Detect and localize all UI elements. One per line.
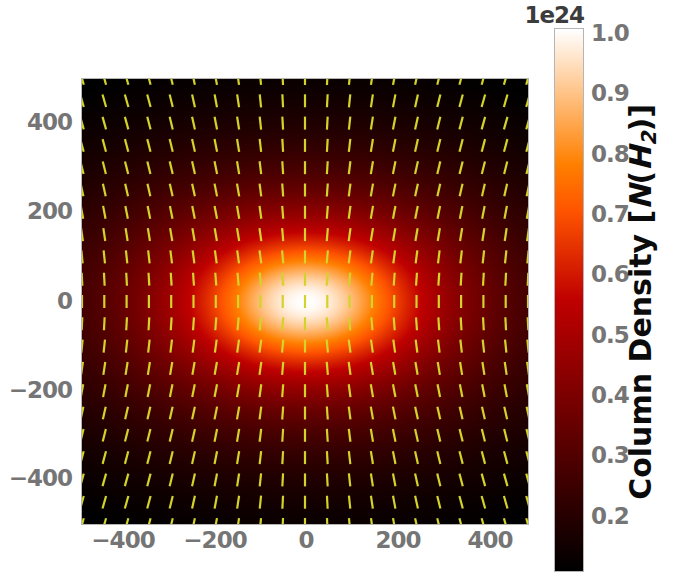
polarization-vectors-canvas xyxy=(82,79,528,524)
colorbar-axis-label: Column Density [N(H2)] xyxy=(623,104,661,500)
colorbar-tick-label: 1.0 xyxy=(591,20,629,46)
x-tick-label: −200 xyxy=(183,527,246,553)
y-tick-label: 400 xyxy=(0,109,72,135)
y-tick-label: −200 xyxy=(0,377,72,403)
colorbar-offset-label: 1e24 xyxy=(496,2,584,28)
colorbar-label-H: H xyxy=(623,146,658,171)
colorbar-tick-label: 0.9 xyxy=(591,80,629,106)
colorbar-label-N: N xyxy=(623,185,658,210)
colorbar-label-subscript: 2 xyxy=(637,132,661,146)
colorbar-gradient-canvas xyxy=(555,29,583,571)
density-map-plot xyxy=(81,78,529,525)
colorbar-label-prefix: Column Density [ xyxy=(623,210,658,500)
figure: 400 200 0 −200 −400 −400 −200 0 200 400 … xyxy=(0,0,673,580)
x-tick-label: −400 xyxy=(91,527,154,553)
x-tick-label: 0 xyxy=(298,527,313,553)
y-tick-label: −400 xyxy=(0,465,72,491)
y-tick-label: 200 xyxy=(0,198,72,224)
x-tick-label: 400 xyxy=(467,527,512,553)
y-tick-label: 0 xyxy=(0,288,72,314)
colorbar-tick-label: 0.2 xyxy=(591,503,629,529)
x-tick-label: 200 xyxy=(375,527,420,553)
colorbar-label-open-paren: ( xyxy=(623,171,658,185)
colorbar-label-close: )] xyxy=(623,104,658,131)
colorbar xyxy=(554,28,584,572)
